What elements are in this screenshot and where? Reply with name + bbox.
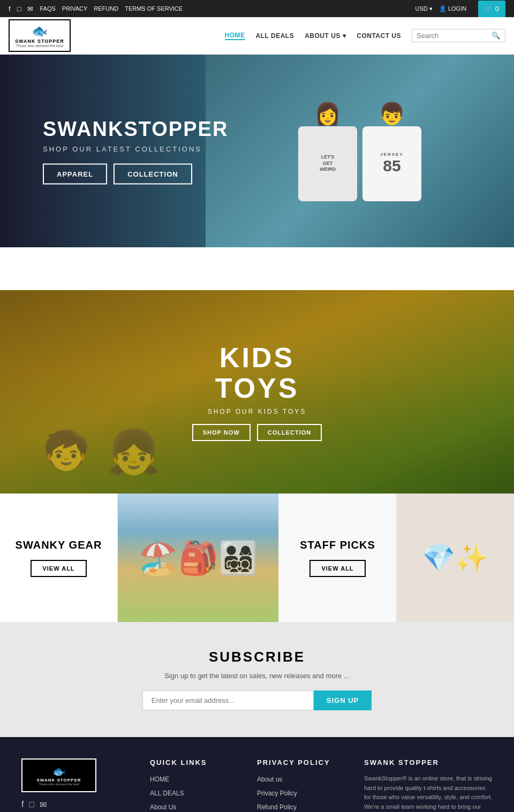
footer-all-deals-link[interactable]: ALL DEALS (150, 790, 184, 797)
top-bar-left: f □ ✉ FAQS PRIVACY REFUND TERMS OF SERVI… (9, 5, 183, 13)
swanky-gear-panel: SWANKY GEAR VIEW ALL (0, 494, 118, 622)
staff-view-all-button[interactable]: VIEW ALL (309, 560, 365, 577)
privacy-title: PRIVACY POLICY (257, 758, 343, 767)
footer-facebook-icon[interactable]: f (21, 800, 24, 810)
footer-logo-sub: Those who demand the best (39, 783, 79, 786)
jewelry-icon: 💎✨ (422, 542, 488, 573)
subscribe-subtitle: Sign up to get the latest on sales, new … (11, 672, 503, 680)
footer-about-us-link[interactable]: About us (257, 776, 282, 783)
top-bar: f □ ✉ FAQS PRIVACY REFUND TERMS OF SERVI… (0, 0, 514, 17)
quick-links-title: QUICK LINKS (150, 758, 236, 767)
brand-title: SWANK STOPPER (364, 758, 493, 767)
sign-up-button[interactable]: SIGN UP (314, 690, 372, 710)
footer-refund-link[interactable]: Refund Policy (257, 803, 297, 811)
list-item: ALL DEALS (150, 788, 236, 798)
footer-top: 🐟 SWANK STOPPER Those who demand the bes… (21, 758, 493, 812)
footer-home-link[interactable]: HOME (150, 776, 169, 783)
quick-links-list: HOME ALL DEALS About Us Contact Us (150, 774, 236, 812)
kids-buttons: SHOP NOW COLLECTION (192, 424, 322, 441)
footer-logo-text: SWANK STOPPER (36, 778, 81, 783)
subscribe-section: SUBSCRIBE Sign up to get the latest on s… (0, 622, 514, 737)
products-grid: SWANKY GEAR VIEW ALL 🏖️🎒👨‍👩‍👧‍👦 STAFF PI… (0, 494, 514, 622)
logo-area[interactable]: 🐟 SWANK STOPPER Those who demand the bes… (9, 19, 71, 52)
beach-icon: 🏖️🎒👨‍👩‍👧‍👦 (138, 539, 259, 577)
hero-section: 👩 LET'SGETWEIRD 👦 JERSEY 85 SWANKSTOPPER… (0, 55, 514, 247)
jewelry-panel: 💎✨ (396, 494, 514, 622)
currency-selector[interactable]: USD ▾ (415, 5, 433, 12)
kids-content: KIDS TOYS SHOP OUR KIDS TOYS SHOP NOW CO… (192, 343, 322, 441)
faqs-link[interactable]: FAQS (40, 5, 55, 12)
hero-tagline: SHOP OUR LATEST COLLECTIONS (43, 145, 228, 153)
brand-description: SwankStopper® is an online store, that i… (364, 774, 493, 812)
footer-logo-box: 🐟 SWANK STOPPER Those who demand the bes… (21, 758, 96, 792)
footer-instagram-icon[interactable]: □ (29, 800, 34, 810)
footer-privacy-link[interactable]: Privacy Policy (257, 790, 297, 797)
nav-contact[interactable]: CONTACT US (357, 32, 401, 40)
nav-about[interactable]: ABOUT US ▾ (305, 32, 346, 40)
kids-section: 🧒 👧 KIDS TOYS SHOP OUR KIDS TOYS SHOP NO… (0, 290, 514, 494)
swanky-view-all-button[interactable]: VIEW ALL (31, 560, 86, 577)
apparel-button[interactable]: APPAREL (43, 164, 107, 185)
nav-all-deals[interactable]: ALL DEALS (256, 32, 294, 40)
footer-about-link[interactable]: About Us (150, 803, 176, 811)
staff-picks-title: STAFF PICKS (300, 539, 375, 551)
product-center-image: 🏖️🎒👨‍👩‍👧‍👦 (118, 494, 278, 622)
footer-about-col: SWANK STOPPER SwankStopper® is an online… (364, 758, 493, 812)
email-icon[interactable]: ✉ (27, 5, 33, 13)
search-bar: 🔍 (412, 29, 505, 42)
tshirt-weird: LET'SGETWEIRD (298, 126, 357, 201)
facebook-icon[interactable]: f (9, 5, 11, 13)
footer: 🐟 SWANK STOPPER Those who demand the bes… (0, 737, 514, 812)
shop-now-button[interactable]: SHOP NOW (192, 424, 251, 441)
refund-link[interactable]: REFUND (94, 5, 118, 12)
nav-home[interactable]: HOME (225, 32, 245, 40)
list-item: HOME (150, 774, 236, 784)
terms-link[interactable]: TERMS OF SERVICE (125, 5, 183, 12)
footer-social: f □ ✉ (21, 800, 128, 810)
email-input[interactable] (142, 690, 314, 710)
footer-logo-icon: 🐟 (52, 765, 66, 778)
login-link[interactable]: 👤 LOGIN (439, 5, 466, 12)
collection-button[interactable]: COLLECTION (114, 164, 192, 185)
spacer (0, 247, 514, 290)
hero-bg-image: 👩 LET'SGETWEIRD 👦 JERSEY 85 (206, 55, 514, 247)
logo-sub: Those who demand the best (16, 44, 63, 48)
nav-links: HOME ALL DEALS ABOUT US ▾ CONTACT US (225, 32, 401, 40)
hero-buttons: APPAREL COLLECTION (43, 164, 228, 185)
beach-product-image: 🏖️🎒👨‍👩‍👧‍👦 (118, 494, 278, 622)
staff-picks-panel: STAFF PICKS VIEW ALL (278, 494, 396, 622)
logo-text: SWANK STOPPER (15, 39, 64, 44)
cart-button[interactable]: 🛒 0 (478, 1, 505, 17)
subscribe-form: SIGN UP (11, 690, 503, 710)
privacy-links-list: About us Privacy Policy Refund Policy Te… (257, 774, 343, 812)
footer-logo-col: 🐟 SWANK STOPPER Those who demand the bes… (21, 758, 128, 812)
instagram-icon[interactable]: □ (17, 5, 21, 13)
list-item: Refund Policy (257, 802, 343, 811)
footer-email-icon[interactable]: ✉ (40, 800, 47, 810)
subscribe-title: SUBSCRIBE (11, 649, 503, 665)
list-item: About Us (150, 802, 236, 811)
search-input[interactable] (417, 32, 492, 40)
list-item: Privacy Policy (257, 788, 343, 798)
tshirt-group: 👩 LET'SGETWEIRD 👦 JERSEY 85 (288, 90, 432, 212)
top-bar-right: USD ▾ 👤 LOGIN 🛒 0 (415, 1, 505, 17)
logo-box: 🐟 SWANK STOPPER Those who demand the bes… (9, 19, 71, 52)
footer-privacy-col: PRIVACY POLICY About us Privacy Policy R… (257, 758, 343, 812)
kids-subtitle: SHOP OUR KIDS TOYS (192, 408, 322, 415)
tshirt-jersey: JERSEY 85 (362, 126, 421, 201)
logo-icon: 🐟 (32, 24, 48, 39)
privacy-link[interactable]: PRIVACY (62, 5, 87, 12)
hero-brand-name: SWANKSTOPPER (43, 118, 228, 141)
footer-quick-links: QUICK LINKS HOME ALL DEALS About Us Cont… (150, 758, 236, 812)
search-button[interactable]: 🔍 (492, 32, 501, 40)
kids-collection-button[interactable]: COLLECTION (257, 424, 322, 441)
hero-content: SWANKSTOPPER SHOP OUR LATEST COLLECTIONS… (43, 118, 228, 185)
swanky-gear-title: SWANKY GEAR (16, 539, 102, 551)
kids-title: KIDS TOYS (192, 343, 322, 404)
nav-bar: 🐟 SWANK STOPPER Those who demand the bes… (0, 17, 514, 55)
list-item: About us (257, 774, 343, 784)
